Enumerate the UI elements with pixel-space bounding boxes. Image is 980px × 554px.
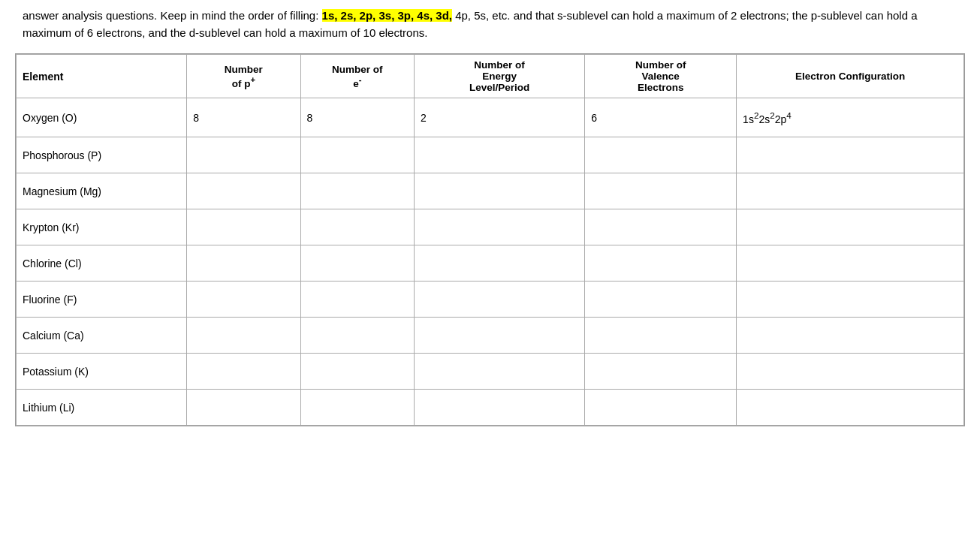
cell-protons <box>187 173 300 209</box>
cell-energy <box>415 282 585 318</box>
cell-protons <box>187 318 300 354</box>
header-config: Electron Configuration <box>737 55 964 98</box>
table-wrapper: Element Numberof p+ Number ofe- Number o… <box>15 53 965 426</box>
cell-protons <box>187 282 300 318</box>
cell-valence <box>585 209 737 245</box>
cell-electrons <box>300 390 414 426</box>
cell-element: Chlorine (Cl) <box>17 245 187 282</box>
table-row: Fluorine (F) <box>17 282 964 318</box>
header-energy: Number ofEnergyLevel/Period <box>415 55 585 98</box>
electron-table: Element Numberof p+ Number ofe- Number o… <box>16 54 964 426</box>
table-row: Oxygen (O) 8 8 2 6 1s22s22p4 <box>17 98 964 137</box>
cell-protons <box>187 245 300 282</box>
table-row: Chlorine (Cl) <box>17 245 964 282</box>
table-row: Phosphorous (P) <box>17 137 964 173</box>
table-row: Potassium (K) <box>17 354 964 390</box>
cell-electrons <box>300 318 414 354</box>
table-row: Calcium (Ca) <box>17 318 964 354</box>
cell-element: Oxygen (O) <box>17 98 187 137</box>
cell-protons <box>187 390 300 426</box>
cell-electrons <box>300 137 414 173</box>
cell-electrons <box>300 282 414 318</box>
intro-text: answer analysis questions. Keep in mind … <box>15 8 965 41</box>
cell-element: Calcium (Ca) <box>17 318 187 354</box>
page-container: answer analysis questions. Keep in mind … <box>0 0 980 554</box>
table-row: Lithium (Li) <box>17 390 964 426</box>
cell-config <box>737 173 964 209</box>
table-row: Magnesium (Mg) <box>17 173 964 209</box>
cell-valence <box>585 173 737 209</box>
cell-element: Krypton (Kr) <box>17 209 187 245</box>
cell-config <box>737 209 964 245</box>
cell-element: Potassium (K) <box>17 354 187 390</box>
cell-valence <box>585 282 737 318</box>
cell-element: Fluorine (F) <box>17 282 187 318</box>
cell-electrons <box>300 173 414 209</box>
cell-protons <box>187 137 300 173</box>
cell-energy <box>415 137 585 173</box>
cell-protons <box>187 354 300 390</box>
cell-energy <box>415 354 585 390</box>
cell-config <box>737 282 964 318</box>
cell-element: Phosphorous (P) <box>17 137 187 173</box>
intro-order-highlight: 1s, 2s, 2p, 3s, 3p, 4s, 3d, <box>322 9 452 22</box>
cell-valence <box>585 354 737 390</box>
cell-energy: 2 <box>415 98 585 137</box>
cell-config: 1s22s22p4 <box>737 98 964 137</box>
cell-element: Magnesium (Mg) <box>17 173 187 209</box>
cell-config <box>737 137 964 173</box>
header-element: Element <box>17 55 187 98</box>
cell-energy <box>415 209 585 245</box>
cell-electrons <box>300 245 414 282</box>
cell-element: Lithium (Li) <box>17 390 187 426</box>
cell-energy <box>415 318 585 354</box>
header-electrons: Number ofe- <box>300 55 414 98</box>
table-row: Krypton (Kr) <box>17 209 964 245</box>
cell-protons: 8 <box>187 98 300 137</box>
cell-valence <box>585 390 737 426</box>
cell-config <box>737 318 964 354</box>
cell-energy <box>415 245 585 282</box>
cell-energy <box>415 173 585 209</box>
cell-valence <box>585 245 737 282</box>
cell-config <box>737 245 964 282</box>
cell-electrons <box>300 354 414 390</box>
cell-config <box>737 390 964 426</box>
cell-valence <box>585 318 737 354</box>
cell-config <box>737 354 964 390</box>
cell-electrons: 8 <box>300 98 414 137</box>
cell-valence <box>585 137 737 173</box>
cell-electrons <box>300 209 414 245</box>
header-protons: Numberof p+ <box>187 55 300 98</box>
cell-protons <box>187 209 300 245</box>
cell-valence: 6 <box>585 98 737 137</box>
header-valence: Number ofValenceElectrons <box>585 55 737 98</box>
intro-part1: answer analysis questions. Keep in mind … <box>23 9 322 22</box>
cell-energy <box>415 390 585 426</box>
